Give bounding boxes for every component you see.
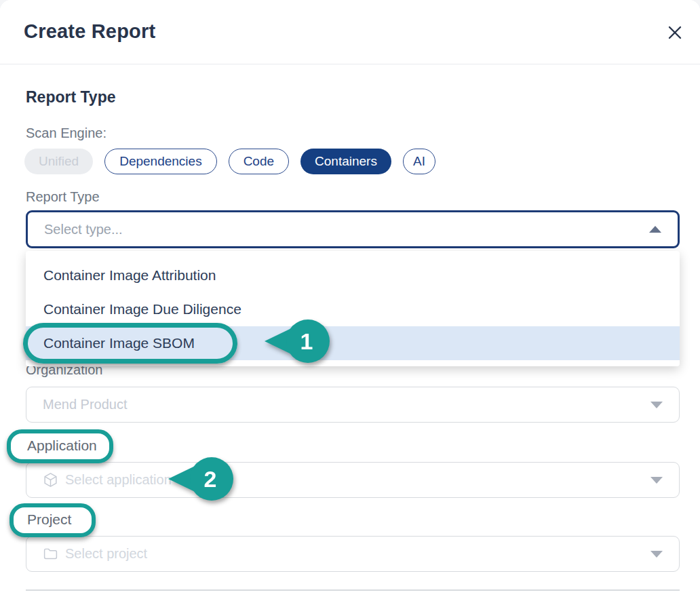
annotation-callout-1: 1 bbox=[263, 319, 331, 363]
close-button[interactable] bbox=[665, 22, 685, 43]
annotation-ring-step2-label: Application bbox=[7, 429, 113, 463]
project-placeholder: Select project bbox=[65, 546, 147, 562]
application-label: Application bbox=[27, 438, 97, 453]
chevron-down-icon bbox=[650, 402, 663, 408]
option-container-image-due-diligence[interactable]: Container Image Due Diligence bbox=[26, 292, 680, 326]
pill-unified: Unified bbox=[24, 149, 93, 174]
scan-engine-pill-group: Unified Dependencies Code Containers AI bbox=[24, 149, 435, 174]
project-label: Project bbox=[27, 511, 71, 527]
chevron-up-icon bbox=[649, 226, 661, 233]
report-type-placeholder: Select type... bbox=[44, 222, 123, 237]
organization-value: Mend Product bbox=[43, 397, 128, 412]
application-placeholder: Select application bbox=[65, 472, 172, 488]
chevron-down-icon bbox=[650, 551, 663, 558]
report-type-dropdown-panel: Container Image Attribution Container Im… bbox=[26, 251, 680, 366]
annotation-callout-2: 2 bbox=[167, 457, 235, 501]
pill-containers[interactable]: Containers bbox=[300, 149, 391, 174]
option-container-image-attribution[interactable]: Container Image Attribution bbox=[26, 258, 680, 292]
report-type-select[interactable]: Select type... bbox=[26, 210, 680, 248]
section-heading: Report Type bbox=[26, 88, 115, 106]
pill-dependencies[interactable]: Dependencies bbox=[104, 149, 216, 174]
organization-select: Mend Product bbox=[26, 387, 680, 423]
annotation-step2-number: 2 bbox=[204, 466, 217, 492]
application-select[interactable]: Select application bbox=[26, 462, 680, 498]
annotation-step1-number: 1 bbox=[300, 328, 313, 354]
chevron-down-icon bbox=[650, 477, 663, 484]
option-container-image-sbom[interactable]: Container Image SBOM bbox=[26, 326, 680, 360]
scan-engine-label: Scan Engine: bbox=[26, 125, 106, 141]
close-icon bbox=[667, 25, 682, 40]
create-report-modal: Create Report Report Type Scan Engine: U… bbox=[0, 0, 700, 601]
pill-ai[interactable]: AI bbox=[403, 149, 435, 174]
cube-icon bbox=[43, 472, 58, 488]
pill-code[interactable]: Code bbox=[229, 149, 289, 174]
project-select[interactable]: Select project bbox=[26, 536, 680, 572]
modal-header: Create Report bbox=[0, 0, 700, 64]
footer-divider bbox=[26, 589, 680, 591]
report-type-label: Report Type bbox=[26, 189, 100, 205]
modal-title: Create Report bbox=[24, 20, 155, 43]
annotation-ring-project-label: Project bbox=[9, 503, 96, 537]
folder-icon bbox=[43, 546, 58, 562]
option-container-image-sbom-text: Container Image SBOM bbox=[43, 335, 195, 351]
